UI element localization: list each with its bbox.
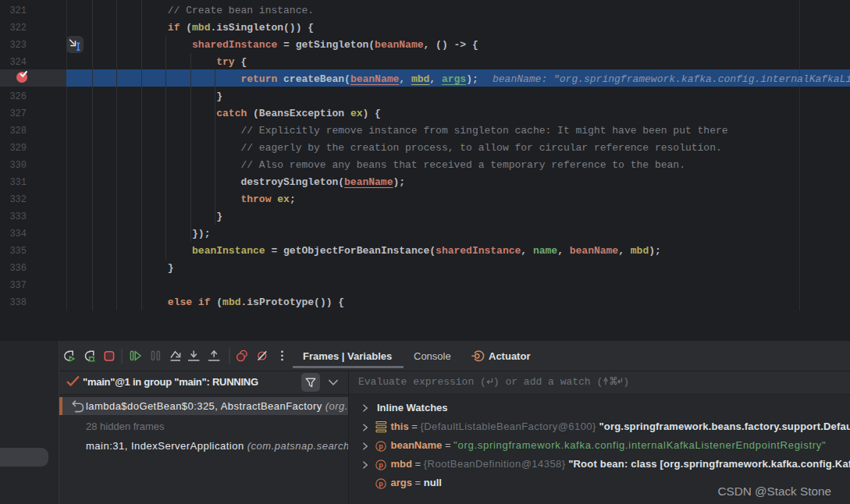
- svg-text:p: p: [379, 461, 383, 469]
- svg-text:p: p: [379, 442, 383, 450]
- svg-text:p: p: [379, 480, 383, 488]
